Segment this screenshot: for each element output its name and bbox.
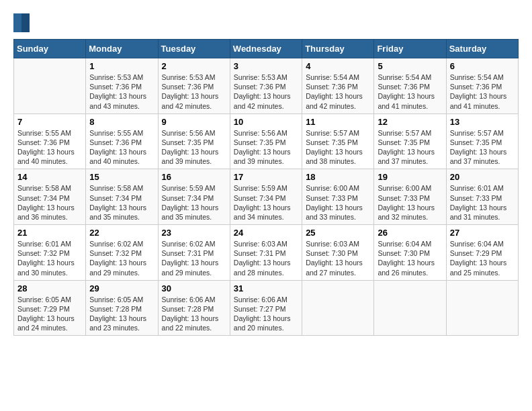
logo-icon (13, 13, 30, 32)
calendar-cell: 14Sunrise: 5:58 AM Sunset: 7:34 PM Dayli… (14, 169, 86, 225)
day-info: Sunrise: 5:53 AM Sunset: 7:36 PM Dayligh… (89, 73, 154, 111)
day-info: Sunrise: 6:05 AM Sunset: 7:28 PM Dayligh… (89, 295, 154, 333)
calendar-cell: 4Sunrise: 5:54 AM Sunset: 7:36 PM Daylig… (302, 58, 374, 114)
day-number: 3 (234, 61, 298, 71)
calendar-cell: 19Sunrise: 6:00 AM Sunset: 7:33 PM Dayli… (374, 169, 446, 225)
day-number: 27 (450, 228, 515, 238)
day-info: Sunrise: 6:02 AM Sunset: 7:31 PM Dayligh… (162, 239, 226, 277)
day-info: Sunrise: 6:06 AM Sunset: 7:27 PM Dayligh… (234, 295, 298, 333)
day-number: 31 (234, 283, 298, 293)
day-number: 15 (89, 172, 154, 182)
calendar-cell: 7Sunrise: 5:55 AM Sunset: 7:36 PM Daylig… (14, 113, 86, 169)
calendar-cell: 6Sunrise: 5:54 AM Sunset: 7:36 PM Daylig… (446, 58, 518, 114)
day-info: Sunrise: 6:06 AM Sunset: 7:28 PM Dayligh… (162, 295, 226, 333)
day-info: Sunrise: 5:54 AM Sunset: 7:36 PM Dayligh… (306, 73, 370, 111)
calendar-cell (374, 280, 446, 336)
calendar-cell: 26Sunrise: 6:04 AM Sunset: 7:30 PM Dayli… (374, 225, 446, 281)
day-number: 9 (162, 117, 226, 127)
calendar-cell: 5Sunrise: 5:54 AM Sunset: 7:36 PM Daylig… (374, 58, 446, 114)
day-info: Sunrise: 5:58 AM Sunset: 7:34 PM Dayligh… (17, 183, 82, 222)
day-number: 5 (378, 61, 442, 71)
calendar-cell: 21Sunrise: 6:01 AM Sunset: 7:32 PM Dayli… (14, 225, 86, 281)
calendar-cell: 25Sunrise: 6:03 AM Sunset: 7:30 PM Dayli… (302, 225, 374, 281)
day-info: Sunrise: 5:57 AM Sunset: 7:35 PM Dayligh… (378, 128, 442, 167)
calendar-cell: 9Sunrise: 5:56 AM Sunset: 7:35 PM Daylig… (158, 113, 230, 169)
calendar-cell: 16Sunrise: 5:59 AM Sunset: 7:34 PM Dayli… (158, 169, 230, 225)
day-number: 25 (306, 228, 370, 238)
day-info: Sunrise: 5:59 AM Sunset: 7:34 PM Dayligh… (234, 183, 298, 222)
calendar-cell: 13Sunrise: 5:57 AM Sunset: 7:35 PM Dayli… (446, 113, 518, 169)
calendar-table: SundayMondayTuesdayWednesdayThursdayFrid… (13, 39, 519, 336)
calendar-cell: 12Sunrise: 5:57 AM Sunset: 7:35 PM Dayli… (374, 113, 446, 169)
calendar-cell: 27Sunrise: 6:04 AM Sunset: 7:29 PM Dayli… (446, 225, 518, 281)
calendar-cell: 10Sunrise: 5:56 AM Sunset: 7:35 PM Dayli… (230, 113, 302, 169)
day-number: 14 (17, 172, 82, 182)
day-info: Sunrise: 5:57 AM Sunset: 7:35 PM Dayligh… (450, 128, 515, 167)
day-number: 4 (306, 61, 370, 71)
day-info: Sunrise: 6:02 AM Sunset: 7:32 PM Dayligh… (89, 239, 154, 277)
day-info: Sunrise: 6:03 AM Sunset: 7:30 PM Dayligh… (306, 239, 370, 277)
calendar-cell: 11Sunrise: 5:57 AM Sunset: 7:35 PM Dayli… (302, 113, 374, 169)
calendar-cell: 30Sunrise: 6:06 AM Sunset: 7:28 PM Dayli… (158, 280, 230, 336)
day-info: Sunrise: 6:00 AM Sunset: 7:33 PM Dayligh… (306, 183, 370, 222)
day-number: 8 (89, 117, 154, 127)
day-number: 19 (378, 172, 442, 182)
week-row-5: 28Sunrise: 6:05 AM Sunset: 7:29 PM Dayli… (14, 280, 519, 336)
calendar-cell (302, 280, 374, 336)
day-number: 7 (17, 117, 82, 127)
column-header-monday: Monday (86, 40, 158, 58)
calendar-cell: 29Sunrise: 6:05 AM Sunset: 7:28 PM Dayli… (86, 280, 158, 336)
column-header-friday: Friday (374, 40, 446, 58)
calendar-cell: 2Sunrise: 5:53 AM Sunset: 7:36 PM Daylig… (158, 58, 230, 114)
day-info: Sunrise: 5:59 AM Sunset: 7:34 PM Dayligh… (162, 183, 226, 222)
calendar-cell: 17Sunrise: 5:59 AM Sunset: 7:34 PM Dayli… (230, 169, 302, 225)
day-info: Sunrise: 6:04 AM Sunset: 7:29 PM Dayligh… (450, 239, 515, 277)
day-number: 26 (378, 228, 442, 238)
day-number: 13 (450, 117, 515, 127)
day-info: Sunrise: 5:56 AM Sunset: 7:35 PM Dayligh… (162, 128, 226, 167)
day-number: 6 (450, 61, 515, 71)
day-info: Sunrise: 6:01 AM Sunset: 7:32 PM Dayligh… (17, 239, 82, 277)
day-number: 20 (450, 172, 515, 182)
day-number: 22 (89, 228, 154, 238)
calendar-cell: 28Sunrise: 6:05 AM Sunset: 7:29 PM Dayli… (14, 280, 86, 336)
calendar-cell: 22Sunrise: 6:02 AM Sunset: 7:32 PM Dayli… (86, 225, 158, 281)
day-number: 23 (162, 228, 226, 238)
day-number: 1 (89, 61, 154, 71)
day-number: 28 (17, 283, 82, 293)
week-row-2: 7Sunrise: 5:55 AM Sunset: 7:36 PM Daylig… (14, 113, 519, 169)
calendar-cell: 18Sunrise: 6:00 AM Sunset: 7:33 PM Dayli… (302, 169, 374, 225)
day-number: 11 (306, 117, 370, 127)
day-number: 30 (162, 283, 226, 293)
day-number: 29 (89, 283, 154, 293)
header-row: SundayMondayTuesdayWednesdayThursdayFrid… (14, 40, 519, 58)
calendar-cell (446, 280, 518, 336)
calendar-cell: 1Sunrise: 5:53 AM Sunset: 7:36 PM Daylig… (86, 58, 158, 114)
column-header-thursday: Thursday (302, 40, 374, 58)
page-header (13, 13, 519, 32)
day-info: Sunrise: 5:53 AM Sunset: 7:36 PM Dayligh… (234, 73, 298, 111)
column-header-tuesday: Tuesday (158, 40, 230, 58)
day-info: Sunrise: 6:05 AM Sunset: 7:29 PM Dayligh… (17, 295, 82, 333)
svg-marker-1 (21, 13, 30, 32)
day-number: 18 (306, 172, 370, 182)
day-info: Sunrise: 5:55 AM Sunset: 7:36 PM Dayligh… (17, 128, 82, 167)
day-info: Sunrise: 6:03 AM Sunset: 7:31 PM Dayligh… (234, 239, 298, 277)
calendar-cell: 23Sunrise: 6:02 AM Sunset: 7:31 PM Dayli… (158, 225, 230, 281)
column-header-wednesday: Wednesday (230, 40, 302, 58)
calendar-cell: 8Sunrise: 5:55 AM Sunset: 7:36 PM Daylig… (86, 113, 158, 169)
logo (13, 13, 32, 32)
day-number: 16 (162, 172, 226, 182)
calendar-cell: 15Sunrise: 5:58 AM Sunset: 7:34 PM Dayli… (86, 169, 158, 225)
week-row-3: 14Sunrise: 5:58 AM Sunset: 7:34 PM Dayli… (14, 169, 519, 225)
day-info: Sunrise: 5:57 AM Sunset: 7:35 PM Dayligh… (306, 128, 370, 167)
day-info: Sunrise: 5:56 AM Sunset: 7:35 PM Dayligh… (234, 128, 298, 167)
column-header-sunday: Sunday (14, 40, 86, 58)
calendar-cell (14, 58, 86, 114)
week-row-4: 21Sunrise: 6:01 AM Sunset: 7:32 PM Dayli… (14, 225, 519, 281)
day-info: Sunrise: 5:53 AM Sunset: 7:36 PM Dayligh… (162, 73, 226, 111)
calendar-cell: 20Sunrise: 6:01 AM Sunset: 7:33 PM Dayli… (446, 169, 518, 225)
day-number: 10 (234, 117, 298, 127)
day-info: Sunrise: 6:00 AM Sunset: 7:33 PM Dayligh… (378, 183, 442, 222)
day-number: 21 (17, 228, 82, 238)
